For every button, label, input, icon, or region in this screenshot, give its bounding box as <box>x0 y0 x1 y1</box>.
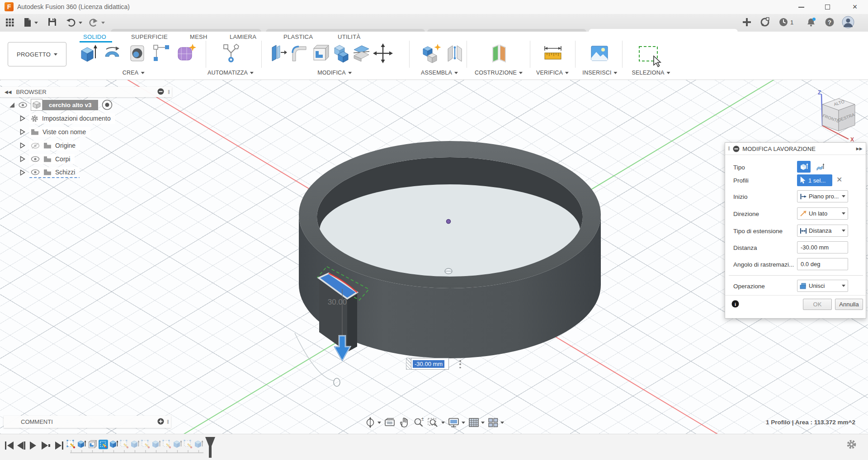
input-options-button[interactable] <box>457 359 463 369</box>
group-label-assembla[interactable]: ASSEMBLA <box>421 70 458 76</box>
timeline-playback-controls[interactable] <box>5 441 66 451</box>
grid-settings-caret[interactable] <box>481 422 485 424</box>
zoom-window-caret[interactable] <box>441 422 445 424</box>
extrude-button[interactable] <box>78 43 99 66</box>
new-component-button[interactable] <box>420 43 442 66</box>
orbit-caret[interactable] <box>377 422 381 424</box>
fillet-button[interactable] <box>289 43 308 66</box>
browser-root-row[interactable]: cerchio alto v3 <box>9 99 113 111</box>
redo-button[interactable] <box>89 18 99 28</box>
press-pull-button[interactable] <box>269 43 288 66</box>
info-button[interactable]: i <box>731 300 739 310</box>
group-label-modifica[interactable]: MODIFICA <box>317 70 352 76</box>
eye-hidden-icon[interactable] <box>31 142 40 149</box>
form-button[interactable] <box>175 43 197 66</box>
ribbon-tab-plastica[interactable]: PLASTICA <box>283 33 313 40</box>
dialog-header[interactable]: ‖ MODIFICA LAVORAZIONE ▶▶ <box>725 143 866 155</box>
eye-visible-icon[interactable] <box>19 102 27 108</box>
group-label-verifica[interactable]: VERIFICA <box>536 70 569 76</box>
maximize-button[interactable] <box>821 3 835 12</box>
group-label-costruzione[interactable]: COSTRUZIONE <box>475 70 523 76</box>
timeline-settings-button[interactable] <box>846 439 857 451</box>
clear-selection-icon[interactable]: ✕ <box>836 175 842 184</box>
new-tab-button[interactable] <box>742 17 752 29</box>
redo-caret[interactable] <box>101 22 105 24</box>
close-button[interactable]: × <box>848 3 862 12</box>
browser-item-impostazioni[interactable]: Impostazioni documento <box>20 113 115 124</box>
browser-item-corpi[interactable]: Corpi <box>20 153 75 165</box>
save-button[interactable] <box>48 18 57 28</box>
collapsed-triangle-icon[interactable] <box>20 129 25 135</box>
eye-visible-icon[interactable] <box>31 169 40 175</box>
distanza-input[interactable]: -30.00 mm <box>797 241 848 253</box>
expand-triangle-icon[interactable] <box>9 102 15 108</box>
collapsed-triangle-icon[interactable] <box>20 142 25 149</box>
ribbon-tab-mesh[interactable]: MESH <box>190 33 208 40</box>
ribbon-tab-superficie[interactable]: SUPERFICIE <box>131 33 168 40</box>
group-label-inserisci[interactable]: INSERISCI <box>582 70 617 76</box>
grid-settings-button[interactable] <box>468 417 485 428</box>
zoom-button[interactable]: ± <box>413 417 425 428</box>
look-at-button[interactable] <box>384 417 396 428</box>
hole-button[interactable] <box>127 43 147 66</box>
measure-button[interactable] <box>542 43 563 66</box>
extensions-button[interactable] <box>760 17 770 29</box>
file-menu-caret[interactable] <box>34 22 38 24</box>
dialog-expand-icon[interactable]: ▶▶ <box>856 146 863 151</box>
operazione-dropdown[interactable]: Unisci <box>797 280 848 292</box>
undo-button[interactable] <box>66 18 76 28</box>
shell-button[interactable] <box>310 43 329 66</box>
angolo-input[interactable]: 0.0 deg <box>797 258 848 270</box>
collapsed-triangle-icon[interactable] <box>20 156 25 162</box>
input-drag-grip[interactable] <box>406 358 411 370</box>
construction-plane-button[interactable] <box>488 43 509 66</box>
orbit-button[interactable] <box>364 417 381 428</box>
browser-options-icon[interactable] <box>157 88 164 96</box>
activate-radio-icon[interactable] <box>102 99 113 110</box>
collapsed-triangle-icon[interactable] <box>20 115 25 122</box>
sketch-point-handle[interactable] <box>334 378 340 386</box>
eye-visible-icon[interactable] <box>31 156 40 162</box>
root-component-name[interactable]: cerchio alto v3 <box>42 100 98 110</box>
estensione-dropdown[interactable]: Distanza <box>797 225 848 237</box>
joint-button[interactable] <box>445 43 465 66</box>
comments-panel-header[interactable]: COMMENTI ‖ <box>4 416 171 428</box>
display-settings-caret[interactable] <box>462 422 465 424</box>
help-button[interactable]: ? <box>825 17 835 29</box>
browser-item-origine[interactable]: Origine <box>20 140 80 151</box>
pan-button[interactable] <box>398 417 410 428</box>
group-label-automatizza[interactable]: AUTOMATIZZA <box>208 70 254 76</box>
inizio-dropdown[interactable]: Piano pro... <box>797 190 848 202</box>
viewcube[interactable]: Z X ALTO FRONTE DESTRA <box>811 88 863 142</box>
file-menu-button[interactable] <box>24 18 32 29</box>
display-settings-button[interactable] <box>448 417 465 428</box>
pattern-button[interactable] <box>151 43 172 66</box>
move-button[interactable] <box>373 43 393 66</box>
insert-button[interactable] <box>589 43 610 66</box>
group-label-crea[interactable]: CREA <box>123 70 145 76</box>
automate-button[interactable] <box>221 43 241 66</box>
origin-handle[interactable] <box>445 268 452 274</box>
ok-button[interactable]: OK <box>803 299 832 310</box>
direzione-dropdown[interactable]: Un lato <box>797 207 848 220</box>
select-button[interactable] <box>638 45 665 70</box>
browser-grip[interactable]: ‖ <box>168 89 170 95</box>
distance-input[interactable]: -30.00 mm <box>411 358 449 370</box>
collapse-browser-icon[interactable]: ◀◀ <box>5 89 11 94</box>
revolve-button[interactable] <box>102 43 123 66</box>
comments-grip[interactable]: ‖ <box>167 419 169 425</box>
group-label-seleziona[interactable]: SELEZIONA <box>632 70 670 76</box>
collapsed-triangle-icon[interactable] <box>20 169 25 176</box>
ribbon-tab-utilita[interactable]: UTILITÀ <box>338 33 361 40</box>
dialog-grip[interactable]: ‖ <box>728 146 730 152</box>
notifications-button[interactable] <box>806 17 816 29</box>
app-grid-menu-button[interactable] <box>5 18 14 29</box>
type-extrude-button[interactable] <box>797 161 811 173</box>
job-status-button[interactable]: 1 <box>778 17 793 27</box>
minimize-button[interactable] <box>795 3 808 12</box>
annulla-button[interactable]: Annulla <box>835 299 863 310</box>
project-menu-button[interactable]: PROGETTO <box>8 42 66 66</box>
dialog-collapse-icon[interactable] <box>733 146 740 152</box>
undo-caret[interactable] <box>79 22 82 24</box>
add-comment-icon[interactable] <box>157 418 164 426</box>
